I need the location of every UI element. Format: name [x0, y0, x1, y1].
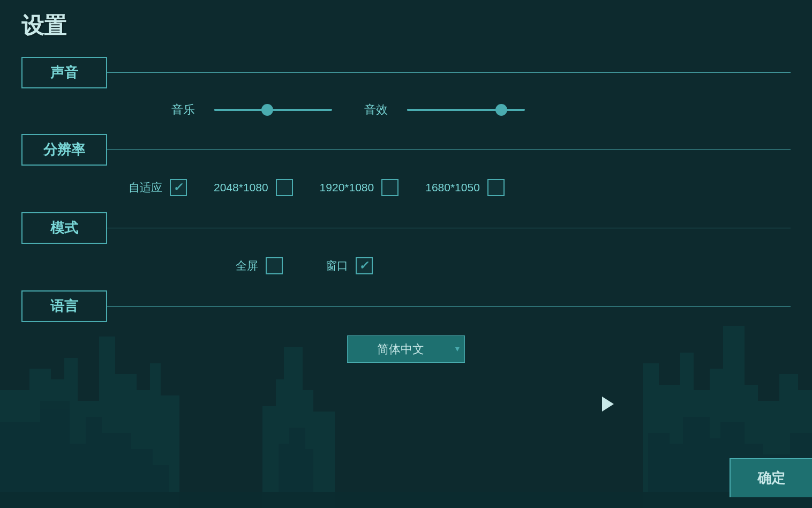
resolution-item-2048: 2048*1080: [214, 179, 293, 196]
res-1920-label: 1920*1080: [320, 181, 374, 194]
sound-section-header: 声音: [21, 57, 791, 88]
mode-section-line: [107, 228, 791, 228]
res-2048-label: 2048*1080: [214, 181, 268, 194]
window-checkbox[interactable]: [356, 257, 373, 274]
resolution-row: 自适应 2048*1080 1920*1080 1680*1050: [21, 179, 791, 196]
sound-label: 声音: [21, 57, 107, 88]
adaptive-checkbox[interactable]: [170, 179, 187, 196]
music-label: 音乐: [171, 102, 204, 118]
language-selector-wrapper: 简体中文 繁體中文 English 日本語: [347, 335, 465, 363]
language-section-header: 语言: [21, 290, 791, 322]
resolution-item-1680: 1680*1050: [425, 179, 505, 196]
music-slider-track[interactable]: [214, 109, 332, 111]
slider-row: 音乐 音效: [21, 102, 791, 118]
resolution-item-1920: 1920*1080: [320, 179, 399, 196]
sound-section-line: [107, 72, 791, 73]
sfx-slider-group: 音效: [364, 102, 525, 118]
fullscreen-checkbox[interactable]: [266, 257, 283, 274]
resolution-item-adaptive: 自适应: [129, 179, 187, 196]
sfx-slider-thumb[interactable]: [495, 104, 507, 116]
language-label: 语言: [21, 290, 107, 322]
window-label: 窗口: [326, 258, 348, 273]
mode-fullscreen-item: 全屏: [236, 257, 283, 274]
mode-section: 模式 全屏 窗口: [21, 212, 791, 274]
resolution-label: 分辨率: [21, 134, 107, 166]
svg-rect-43: [0, 492, 812, 508]
mode-label: 模式: [21, 212, 107, 244]
resolution-section-line: [107, 150, 791, 150]
mode-section-header: 模式: [21, 212, 791, 244]
sfx-label: 音效: [364, 102, 396, 118]
confirm-button[interactable]: 确定: [730, 458, 812, 497]
music-slider-group: 音乐: [171, 102, 332, 118]
fullscreen-label: 全屏: [236, 258, 258, 273]
res-1680-checkbox[interactable]: [487, 179, 505, 196]
music-slider-fill: [214, 109, 267, 111]
cursor-indicator: [602, 397, 614, 412]
sfx-slider-fill: [407, 109, 501, 111]
adaptive-label: 自适应: [129, 180, 162, 195]
resolution-section-header: 分辨率: [21, 134, 791, 166]
page-title: 设置: [21, 11, 791, 41]
mode-window-item: 窗口: [326, 257, 373, 274]
sfx-slider-track[interactable]: [407, 109, 525, 111]
language-section: 语言 简体中文 繁體中文 English 日本語: [21, 290, 791, 363]
language-row: 简体中文 繁體中文 English 日本語: [21, 335, 791, 363]
sound-section: 声音 音乐 音效: [21, 57, 791, 118]
res-2048-checkbox[interactable]: [276, 179, 293, 196]
mode-row: 全屏 窗口: [21, 257, 791, 274]
language-section-line: [107, 306, 791, 307]
language-select[interactable]: 简体中文 繁體中文 English 日本語: [347, 335, 465, 363]
music-slider-thumb[interactable]: [261, 104, 273, 116]
res-1920-checkbox[interactable]: [381, 179, 399, 196]
res-1680-label: 1680*1050: [425, 181, 480, 194]
resolution-section: 分辨率 自适应 2048*1080 1920*1080 1680*1050: [21, 134, 791, 196]
